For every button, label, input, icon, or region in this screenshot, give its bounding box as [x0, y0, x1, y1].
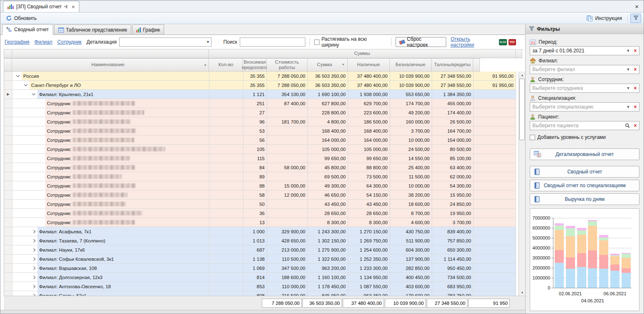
expand-icon[interactable]: [32, 284, 35, 288]
branch-label: Филиал:: [538, 58, 558, 64]
table-row[interactable]: Филиал: Долгоозерная, 12к3814188 600,001…: [4, 273, 516, 282]
spec-combobox[interactable]: Выберите специализацию ▼ ×: [530, 102, 639, 111]
document-tab[interactable]: [ЗП] Сводный отчет ×: [3, 1, 79, 12]
window-close-icon[interactable]: ×: [635, 3, 639, 10]
table-row[interactable]: Сотрудник:11599 650,0099 650,0014 550,00…: [4, 154, 516, 163]
period-combobox[interactable]: за 7 дней с 01.06.2021 ▼ ×: [530, 46, 639, 55]
table-row[interactable]: Сотрудник:3628 650,0028 650,008 700,0019…: [4, 209, 516, 218]
eraser-icon: [399, 40, 406, 45]
row-indicator-cell: [4, 200, 12, 208]
table-row[interactable]: Сотрудник:5043 450,0043 450,0018 600,002…: [4, 200, 516, 209]
branch-combobox[interactable]: Выберите филиал ▼ ×: [530, 65, 639, 74]
revenue-by-day-button[interactable]: Выручка по дням: [530, 193, 639, 205]
clear-patient-icon[interactable]: ×: [632, 123, 639, 129]
column-header-2[interactable]: Стоимость работы: [267, 58, 307, 72]
summary-report-button[interactable]: Сводный отчет: [530, 166, 639, 178]
table-row[interactable]: Сотрудник:138 300,008 300,004 600,003 70…: [4, 218, 516, 227]
table-row[interactable]: Филиал: Славы, 52к1808216 500,00845 950,…: [4, 291, 516, 296]
scroll-up-icon[interactable]: ▲: [519, 72, 525, 78]
table-row[interactable]: Санкт-Петербург и ЛО35 3557 288 050,0036…: [4, 81, 516, 90]
clear-branch-icon[interactable]: ×: [632, 67, 639, 72]
value-cell: 174 700,00: [390, 99, 432, 108]
column-header-name[interactable]: Наименование▲: [12, 58, 209, 72]
expand-icon[interactable]: [32, 230, 35, 233]
column-header-5[interactable]: Безналичные: [390, 58, 432, 72]
expand-icon[interactable]: [32, 257, 35, 260]
value-cell: 24 850,00: [432, 200, 474, 208]
table-row[interactable]: ▶Филиал: Крыленко, 21к11 121354 100,001 …: [4, 90, 516, 99]
summary-by-spec-button[interactable]: Сводный отчет по специализациям: [530, 180, 639, 191]
table-row[interactable]: Филиал: Варшавская, 1081 069347 500,0096…: [4, 264, 516, 273]
tab-summary-report[interactable]: Сводный отчет: [2, 24, 53, 35]
row-indicator-header: [4, 58, 12, 72]
table-row[interactable]: Филиал: Асафьева, 7к11 000329 900,001 24…: [4, 227, 516, 236]
table-row[interactable]: Филиал: Антонова-Овсеенко, 18853110 000,…: [4, 282, 516, 291]
table-row[interactable]: Сотрудник:96181 700,004 800,00186 500,00…: [4, 117, 516, 126]
table-row[interactable]: Россия35 3557 288 050,0036 503 350,0037 …: [4, 72, 516, 81]
chevron-down-icon[interactable]: ▼: [625, 86, 632, 90]
vertical-scrollbar[interactable]: ▲ ▼: [519, 72, 525, 296]
table-row[interactable]: Сотрудник:56164 000,00164 000,0010 000,0…: [4, 136, 516, 145]
chevron-down-icon[interactable]: ▼: [625, 105, 632, 109]
table-row[interactable]: Филиал: Науки, 17к6687213 000,001 275 90…: [4, 245, 516, 255]
group-header-sums[interactable]: Суммы: [209, 49, 516, 58]
table-row[interactable]: Сотрудник:5812 000,0046 650,0054 150,003…: [4, 190, 516, 200]
chevron-down-icon[interactable]: ▼: [625, 67, 632, 72]
employee-combobox[interactable]: Выберите сотрудника ▼ ×: [530, 84, 639, 93]
clear-period-icon[interactable]: ×: [632, 48, 639, 54]
refresh-button[interactable]: Обновить: [3, 14, 39, 22]
expand-icon[interactable]: [32, 275, 35, 279]
table-row[interactable]: Сотрудник:8815 000,0049 300,0064 300,001…: [4, 181, 516, 190]
collapse-icon[interactable]: [16, 74, 20, 77]
column-header-1[interactable]: Вносимая предоплата: [243, 58, 267, 72]
export-pdf-icon[interactable]: PDF: [509, 39, 516, 45]
clear-spec-icon[interactable]: ×: [632, 104, 639, 110]
expand-icon[interactable]: [32, 248, 35, 251]
stretch-checkbox[interactable]: [314, 40, 320, 45]
table-row[interactable]: Сотрудник:105105 000,00105 000,0024 500,…: [4, 145, 516, 154]
expand-icon[interactable]: [32, 239, 35, 242]
value-cell: 687: [243, 245, 267, 254]
clear-employee-icon[interactable]: ×: [632, 85, 639, 91]
add-services-level-checkbox[interactable]: [530, 135, 535, 140]
tab-close-icon[interactable]: ×: [71, 4, 75, 10]
collapse-icon[interactable]: [32, 92, 35, 95]
search-icon[interactable]: [625, 123, 632, 128]
table-row[interactable]: Сотрудник:27228 800,00223 600,0049 200,0…: [4, 108, 516, 117]
patient-combobox[interactable]: Выберите пациента ×: [530, 121, 639, 130]
bar-segment-series-pink-01.06.2021: [555, 223, 564, 225]
open-settings-link[interactable]: Открыть настройки: [450, 36, 494, 48]
scroll-down-icon[interactable]: ▼: [519, 289, 525, 296]
table-row[interactable]: Сотрудник:8969 500,0073 500,0011 500,006…: [4, 172, 516, 181]
table-row[interactable]: Сотрудник:25187 400,00627 800,00629 700,…: [4, 99, 516, 108]
expand-icon[interactable]: [32, 294, 35, 296]
scrollbar-thumb[interactable]: [519, 79, 525, 140]
column-header-3[interactable]: Сумма▼: [307, 58, 348, 72]
link-geography[interactable]: География: [5, 39, 29, 45]
pin-icon[interactable]: [64, 5, 68, 9]
instruction-button[interactable]: ? Инструкция: [584, 15, 625, 22]
row-indicator-cell: [4, 136, 12, 144]
tab-table-view[interactable]: Табличное представление: [54, 25, 131, 35]
table-row[interactable]: Сотрудник:8458 000,0045 800,0088 800,002…: [4, 163, 516, 172]
table-row[interactable]: Сотрудник:53168 400,00168 400,003 700,00…: [4, 126, 516, 136]
export-xlsx-icon[interactable]: XLSX: [499, 39, 507, 45]
tab-chart-view[interactable]: График: [132, 25, 164, 35]
column-header-0[interactable]: Кол-во: [209, 58, 243, 72]
detailed-report-button[interactable]: Σ Детализированный отчет: [530, 148, 639, 160]
expand-icon[interactable]: [32, 266, 35, 269]
column-header-4[interactable]: Наличные: [348, 58, 390, 72]
search-input[interactable]: [240, 37, 305, 47]
column-header-6[interactable]: Талоны/кредиты: [432, 58, 473, 72]
collapse-icon[interactable]: [24, 83, 27, 86]
value-cell: [474, 108, 516, 117]
link-branch[interactable]: Филиал: [34, 39, 52, 45]
table-row[interactable]: Филиал: Софьи Ковалевской, 3к11 138110 5…: [4, 255, 516, 264]
employee-label: Сотрудник:: [538, 77, 564, 82]
table-row[interactable]: Филиал: Тазаева, 7 (Колпино)1 013428 650…: [4, 236, 516, 245]
detail-combobox[interactable]: ▼: [119, 37, 212, 47]
reset-settings-button[interactable]: Сброс настроек: [396, 37, 447, 47]
filter-panel-toggle[interactable]: [630, 14, 641, 23]
chevron-down-icon[interactable]: ▼: [625, 49, 632, 53]
link-employee[interactable]: Сотрудник: [57, 39, 81, 45]
